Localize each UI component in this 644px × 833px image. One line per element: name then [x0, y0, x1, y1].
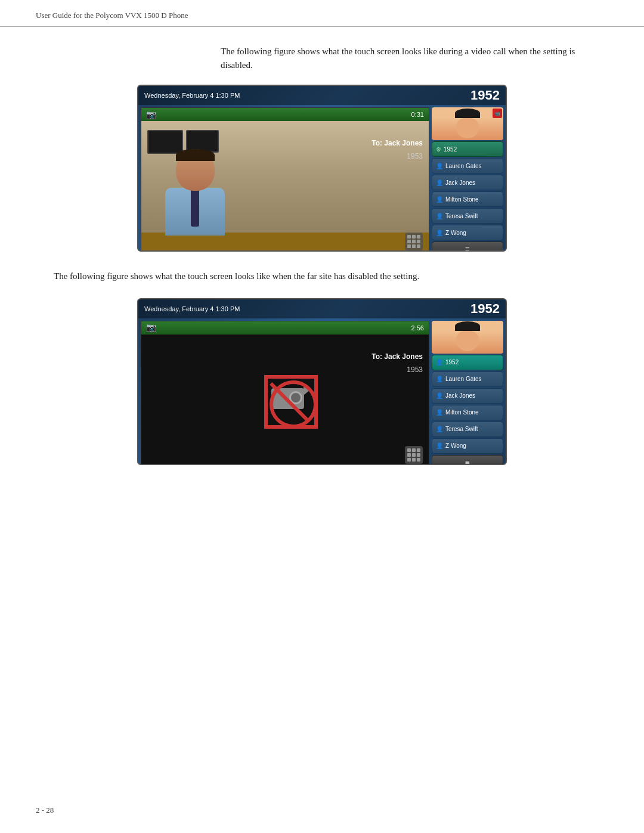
to-label-1: To: Jack Jones — [371, 139, 423, 147]
contact-label-jack: Jack Jones — [445, 179, 475, 186]
video-area-2: 📷 2:56 — [141, 321, 429, 465]
call-info-2: To: Jack Jones 1953 — [371, 352, 423, 374]
number-display-2: 1952 — [470, 301, 500, 317]
description-1: The following figure shows what the touc… — [221, 45, 590, 72]
avatar-hair-2 — [455, 321, 480, 331]
contact-icon-lauren: 👤 — [436, 163, 443, 169]
menu-icon-2: ≡ — [465, 458, 470, 465]
person-tie — [191, 188, 199, 227]
date-time-1: Wednesday, February 4 1:30 PM — [144, 92, 240, 99]
active-contact-label-1: 1952 — [444, 146, 457, 153]
avatar-2 — [432, 321, 503, 354]
contact-btn-zwong-2[interactable]: 👤 Z Wong — [432, 438, 503, 454]
right-sidebar-1: 📹 ⚙ 1952 👤 Lauren Gates 👤 Jack Jones — [432, 107, 503, 252]
contact-btn-jack-2[interactable]: 👤 Jack Jones — [432, 388, 503, 404]
contact-btn-zwong[interactable]: 👤 Z Wong — [432, 225, 503, 240]
call-info-1: To: Jack Jones 1953 — [371, 139, 423, 160]
contact-icon-zwong-2: 👤 — [436, 442, 443, 449]
no-line — [270, 382, 310, 423]
contact-btn-lauren-2[interactable]: 👤 Lauren Gates — [432, 371, 503, 387]
keypad-btn-2[interactable] — [405, 446, 423, 464]
active-contact-2[interactable]: 👤 1952 — [432, 355, 503, 370]
contact-btn-teresa[interactable]: 👤 Teresa Swift — [432, 208, 503, 224]
active-icon-1: ⚙ — [436, 146, 441, 153]
person-hair — [176, 149, 215, 161]
screen-body-2: 📷 2:56 — [138, 318, 506, 465]
number-display-1: 1952 — [470, 88, 500, 103]
contact-label-teresa-2: Teresa Swift — [445, 426, 478, 432]
phone-screen-2: Wednesday, February 4 1:30 PM 1952 📷 2:5… — [137, 298, 507, 465]
contact-icon-lauren-2: 👤 — [436, 376, 443, 382]
contact-btn-lauren[interactable]: 👤 Lauren Gates — [432, 158, 503, 174]
timer-1: 0:31 — [411, 111, 424, 118]
description-2: The following figure shows what the touc… — [54, 270, 423, 283]
active-contact-1[interactable]: ⚙ 1952 — [432, 141, 503, 157]
camera-icon-1: 📷 — [146, 110, 156, 120]
menu-btn-2[interactable]: ≡ — [432, 455, 503, 465]
status-bar-2: Wednesday, February 4 1:30 PM 1952 — [138, 299, 506, 318]
no-video-icon — [264, 375, 318, 429]
video-content-2: To: Jack Jones 1953 — [141, 335, 429, 465]
active-contact-label-2: 1952 — [445, 359, 459, 366]
avatar-hair — [455, 109, 480, 118]
avatar-face-skin — [456, 118, 479, 138]
status-bar-1: Wednesday, February 4 1:30 PM 1952 — [138, 86, 506, 105]
contact-label-milton-2: Milton Stone — [445, 409, 479, 416]
active-icon-2: 👤 — [436, 359, 443, 366]
video-top-bar-1: 📷 0:31 — [141, 108, 429, 121]
contact-label-lauren-2: Lauren Gates — [445, 376, 482, 382]
contact-btn-milton[interactable]: 👤 Milton Stone — [432, 191, 503, 207]
person-torso — [165, 188, 225, 236]
ext-2: 1953 — [371, 366, 423, 374]
contact-label-zwong: Z Wong — [445, 230, 466, 236]
camera-icon-2: 📷 — [146, 323, 156, 333]
video-content-1: To: Jack Jones 1953 — [141, 121, 429, 252]
header-title: User Guide for the Polycom VVX 1500 D Ph… — [36, 11, 188, 20]
contact-label-teresa: Teresa Swift — [445, 213, 478, 219]
avatar-1: 📹 — [432, 107, 503, 140]
right-sidebar-2: 👤 1952 👤 Lauren Gates 👤 Jack Jones 👤 Mil… — [432, 321, 503, 465]
contact-icon-jack: 👤 — [436, 179, 443, 186]
video-top-bar-2: 📷 2:56 — [141, 321, 429, 335]
timer-2: 2:56 — [411, 324, 424, 332]
page-header: User Guide for the Polycom VVX 1500 D Ph… — [0, 0, 644, 27]
contact-icon-zwong: 👤 — [436, 230, 443, 236]
date-time-2: Wednesday, February 4 1:30 PM — [144, 305, 240, 312]
keypad-btn-1[interactable] — [405, 233, 423, 250]
monitor-left — [147, 130, 183, 154]
menu-icon-1: ≡ — [465, 244, 470, 252]
contact-icon-milton-2: 👤 — [436, 409, 443, 416]
contact-label-lauren: Lauren Gates — [445, 163, 482, 169]
person-figure — [165, 188, 225, 236]
avatar-face-2 — [432, 321, 503, 354]
avatar-badge-1: 📹 — [493, 109, 502, 118]
contact-icon-teresa: 👤 — [436, 213, 443, 219]
menu-btn-1[interactable]: ≡ — [432, 241, 503, 252]
page-number: 2 - 28 — [36, 806, 54, 815]
contact-label-zwong-2: Z Wong — [445, 442, 466, 449]
contact-label-milton: Milton Stone — [445, 196, 479, 203]
contact-btn-teresa-2[interactable]: 👤 Teresa Swift — [432, 422, 503, 437]
contact-btn-jack[interactable]: 👤 Jack Jones — [432, 175, 503, 190]
avatar-face-skin-2 — [456, 331, 479, 351]
person-head — [176, 149, 215, 191]
contact-label-jack-2: Jack Jones — [445, 392, 475, 399]
no-line-container — [266, 377, 314, 425]
contact-icon-milton: 👤 — [436, 196, 443, 203]
screen-body-1: 📷 0:31 — [138, 105, 506, 252]
contact-icon-teresa-2: 👤 — [436, 426, 443, 432]
video-area-1: 📷 0:31 — [141, 107, 429, 252]
ext-1: 1953 — [371, 152, 423, 160]
contact-icon-jack-2: 👤 — [436, 392, 443, 399]
phone-screen-1: Wednesday, February 4 1:30 PM 1952 📷 0:3… — [137, 85, 507, 252]
main-content: The following figure shows what the touc… — [0, 27, 644, 501]
to-label-2: To: Jack Jones — [371, 352, 423, 361]
contact-btn-milton-2[interactable]: 👤 Milton Stone — [432, 405, 503, 420]
